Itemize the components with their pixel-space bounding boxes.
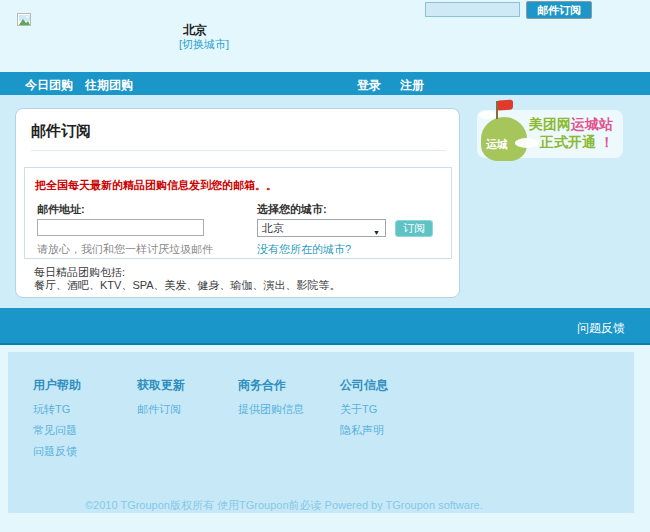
- footer: 用户帮助 玩转TG 常见问题 问题反馈 获取更新 邮件订阅 商务合作 提供团购信…: [0, 347, 650, 532]
- footer-link-email-subscription[interactable]: 邮件订阅: [137, 402, 185, 417]
- feedback-link[interactable]: 问题反馈: [577, 320, 625, 337]
- card-title: 邮件订阅: [31, 122, 91, 141]
- header-search-input[interactable]: [425, 2, 520, 17]
- main-content: 邮件订阅 把全国每天最新的精品团购信息发到您的邮箱。。 邮件地址: 请放心，我们…: [0, 95, 650, 308]
- footer-link-about-tg[interactable]: 关于TG: [340, 402, 388, 417]
- header-subscribe-button[interactable]: 邮件订阅: [526, 1, 592, 19]
- nav-item-today-deals[interactable]: 今日团购: [25, 77, 73, 94]
- footer-panel: 用户帮助 玩转TG 常见问题 问题反馈 获取更新 邮件订阅 商务合作 提供团购信…: [8, 352, 634, 513]
- header: 邮件订阅 北京 [切换城市]: [0, 0, 650, 72]
- city-selected-value: 北京: [262, 222, 284, 234]
- footer-col-title: 获取更新: [137, 377, 185, 394]
- badge-city-site-text: 运城站: [571, 116, 613, 132]
- footer-col-title: 商务合作: [238, 377, 304, 394]
- switch-city-link[interactable]: [切换城市]: [179, 37, 229, 52]
- badge-open-text: 正式开通: [540, 134, 596, 150]
- logo-broken-image-icon: [17, 13, 31, 26]
- red-flag-icon: [498, 99, 513, 110]
- nav-item-past-deals[interactable]: 往期团购: [85, 77, 133, 94]
- badge-brand-text: 美团网: [529, 116, 571, 132]
- promo-text: 把全国每天最新的精品团购信息发到您的邮箱。。: [35, 178, 277, 193]
- divider: [31, 150, 446, 151]
- no-city-link[interactable]: 没有您所在的城市?: [257, 242, 351, 257]
- nav-item-login[interactable]: 登录: [357, 77, 381, 94]
- feedback-bar: 问题反馈: [0, 308, 650, 345]
- badge-exclaim-text: ！: [596, 134, 614, 150]
- main-navbar: 今日团购 往期团购 登录 注册: [0, 72, 650, 95]
- footer-link-feedback[interactable]: 问题反馈: [33, 444, 81, 459]
- city-select-label: 选择您的城市:: [257, 202, 327, 217]
- footer-col-title: 用户帮助: [33, 377, 81, 394]
- cloud-icon: [479, 111, 497, 119]
- badge-city-label: 运城: [486, 137, 508, 152]
- city-launch-promo-badge[interactable]: 运城 美团网运城站 正式开通 ！: [477, 110, 623, 158]
- subscription-form-box: 把全国每天最新的精品团购信息发到您的邮箱。。 邮件地址: 请放心，我们和您一样讨…: [24, 167, 452, 259]
- email-address-label: 邮件地址:: [37, 202, 85, 217]
- cloud-icon: [515, 138, 539, 148]
- subscribe-button[interactable]: 订阅: [395, 220, 433, 237]
- daily-deals-list: 餐厅、酒吧、KTV、SPA、美发、健身、瑜伽、演出、影院等。: [34, 278, 341, 293]
- nav-item-register[interactable]: 注册: [400, 77, 424, 94]
- footer-col-title: 公司信息: [340, 377, 388, 394]
- footer-link-provide-deals[interactable]: 提供团购信息: [238, 402, 304, 417]
- footer-col-business: 商务合作 提供团购信息: [238, 377, 304, 423]
- badge-headline-line1: 美团网运城站: [529, 116, 613, 134]
- copyright-text: ©2010 TGroupon版权所有 使用TGroupon前必读 Powered…: [85, 498, 483, 513]
- footer-link-faq[interactable]: 常见问题: [33, 423, 81, 438]
- badge-headline-line2: 正式开通 ！: [540, 134, 614, 152]
- footer-col-get-updates: 获取更新 邮件订阅: [137, 377, 185, 423]
- email-input[interactable]: [37, 219, 204, 236]
- email-subscription-card: 邮件订阅 把全国每天最新的精品团购信息发到您的邮箱。。 邮件地址: 请放心，我们…: [15, 108, 460, 298]
- footer-link-play-tg[interactable]: 玩转TG: [33, 402, 81, 417]
- chevron-down-icon: ▼: [373, 225, 380, 241]
- city-select-dropdown[interactable]: 北京 ▼: [257, 219, 386, 237]
- footer-col-company: 公司信息 关于TG 隐私声明: [340, 377, 388, 444]
- email-hint-text: 请放心，我们和您一样讨厌垃圾邮件: [37, 242, 213, 257]
- footer-link-privacy[interactable]: 隐私声明: [340, 423, 388, 438]
- footer-col-user-help: 用户帮助 玩转TG 常见问题 问题反馈: [33, 377, 81, 465]
- page: 邮件订阅 北京 [切换城市] 今日团购 往期团购 登录 注册 邮件订阅 把全国每…: [0, 0, 650, 532]
